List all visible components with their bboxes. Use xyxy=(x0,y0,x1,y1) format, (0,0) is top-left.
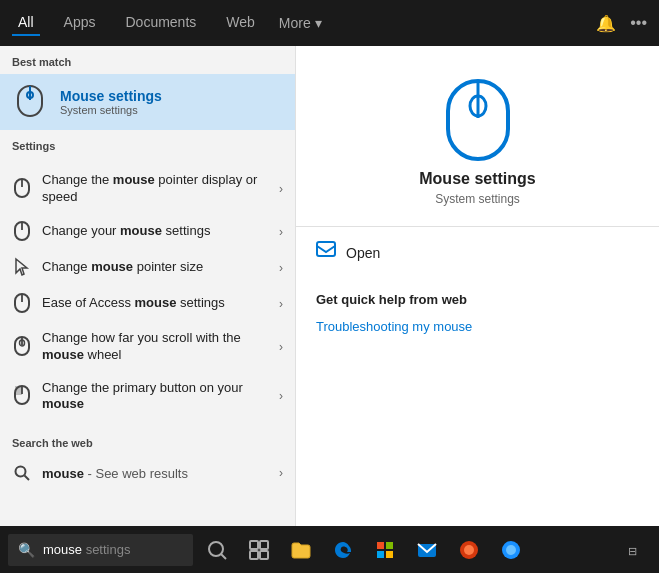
taskbar-right: ⊟ xyxy=(619,532,655,568)
chevron-right-icon: › xyxy=(279,182,283,196)
nav-icons: 🔔 ••• xyxy=(596,14,647,33)
search-bar-icon: 🔍 xyxy=(18,542,35,558)
list-item[interactable]: Change the primary button on your mouse … xyxy=(0,372,295,422)
settings-label: Settings xyxy=(0,130,295,158)
mouse-icon-large xyxy=(443,76,513,170)
chevron-right-icon: › xyxy=(279,225,283,239)
search-bar[interactable]: 🔍 mouse settings xyxy=(8,534,193,566)
svg-rect-23 xyxy=(250,541,258,549)
svg-rect-29 xyxy=(377,551,384,558)
system-tray[interactable]: ⊟ xyxy=(619,532,655,568)
svg-rect-28 xyxy=(386,542,393,549)
mouse-pointer-icon xyxy=(12,179,32,199)
chevron-right-icon: › xyxy=(279,297,283,311)
list-item-text: Change your mouse settings xyxy=(42,223,269,240)
best-match-title: Mouse settings xyxy=(60,88,162,104)
best-match-item[interactable]: Mouse settings System settings xyxy=(0,74,295,130)
svg-rect-25 xyxy=(250,551,258,559)
list-item-text: Change the mouse pointer display or spee… xyxy=(42,172,269,206)
list-item[interactable]: Change the mouse pointer display or spee… xyxy=(0,164,295,214)
search-icon xyxy=(12,463,32,483)
svg-point-35 xyxy=(506,545,516,555)
best-match-subtitle: System settings xyxy=(60,104,162,116)
mail-icon[interactable] xyxy=(409,532,445,568)
list-item-text: Change the primary button on your mouse xyxy=(42,380,269,414)
right-panel-title: Mouse settings xyxy=(419,170,535,188)
scroll-wheel-icon xyxy=(12,337,32,357)
tab-documents[interactable]: Documents xyxy=(119,10,202,36)
list-item[interactable]: Change how far you scroll with the mouse… xyxy=(0,322,295,372)
taskbar: 🔍 mouse settings xyxy=(0,526,659,573)
tab-all[interactable]: All xyxy=(12,10,40,36)
search-typed-text: mouse xyxy=(43,542,82,557)
svg-rect-24 xyxy=(260,541,268,549)
list-item-text: Ease of Access mouse settings xyxy=(42,295,269,312)
list-item[interactable]: Change mouse pointer size › xyxy=(0,250,295,286)
mouse-settings-icon xyxy=(12,222,32,242)
svg-line-16 xyxy=(25,476,30,481)
chevron-right-icon: › xyxy=(279,340,283,354)
svg-rect-14 xyxy=(15,386,22,395)
search-bar-text: mouse settings xyxy=(43,542,130,557)
quick-help-title: Get quick help from web xyxy=(316,292,639,307)
task-view-icon[interactable] xyxy=(241,532,277,568)
tab-web[interactable]: Web xyxy=(220,10,261,36)
feedback-icon[interactable]: 🔔 xyxy=(596,14,616,33)
taskbar-icons xyxy=(199,532,529,568)
right-panel-subtitle: System settings xyxy=(435,192,520,206)
svg-point-21 xyxy=(209,542,223,556)
list-item-text: Change mouse pointer size xyxy=(42,259,269,276)
tab-apps[interactable]: Apps xyxy=(58,10,102,36)
mouse-pointer-size-icon xyxy=(12,258,32,278)
open-icon xyxy=(316,241,336,264)
svg-rect-27 xyxy=(377,542,384,549)
left-panel: Best match Mouse settings System setting… xyxy=(0,46,295,526)
list-item-text: Change how far you scroll with the mouse… xyxy=(42,330,269,364)
mouse-icon-small xyxy=(12,84,48,120)
open-label: Open xyxy=(346,245,380,261)
web-search-item[interactable]: mouse - See web results › xyxy=(0,455,295,491)
list-item[interactable]: Ease of Access mouse settings › xyxy=(0,286,295,322)
svg-line-22 xyxy=(221,554,226,559)
web-search-text: mouse - See web results xyxy=(42,466,269,481)
svg-rect-26 xyxy=(260,551,268,559)
chevron-right-icon: › xyxy=(279,389,283,403)
ease-access-icon xyxy=(12,294,32,314)
quick-help-section: Get quick help from web Troubleshooting … xyxy=(296,278,659,341)
search-placeholder-text: settings xyxy=(82,542,130,557)
troubleshooting-link[interactable]: Troubleshooting my mouse xyxy=(316,319,472,334)
chevron-down-icon: ▾ xyxy=(315,15,322,31)
right-panel: Mouse settings System settings Open Get … xyxy=(295,46,659,526)
task-search-icon[interactable] xyxy=(199,532,235,568)
svg-text:⊟: ⊟ xyxy=(628,545,637,557)
primary-button-icon xyxy=(12,386,32,406)
chevron-right-icon: › xyxy=(279,466,283,480)
chevron-right-icon: › xyxy=(279,261,283,275)
file-explorer-icon[interactable] xyxy=(283,532,319,568)
list-item[interactable]: Change your mouse settings › xyxy=(0,214,295,250)
colorful-icon-2[interactable] xyxy=(493,532,529,568)
top-nav: All Apps Documents Web More ▾ 🔔 ••• xyxy=(0,0,659,46)
edge-icon[interactable] xyxy=(325,532,361,568)
tab-more[interactable]: More ▾ xyxy=(279,15,322,31)
svg-point-15 xyxy=(16,467,26,477)
svg-point-33 xyxy=(464,545,474,555)
best-match-label: Best match xyxy=(0,46,295,74)
best-match-text: Mouse settings System settings xyxy=(60,88,162,116)
svg-rect-30 xyxy=(386,551,393,558)
store-icon[interactable] xyxy=(367,532,403,568)
more-options-icon[interactable]: ••• xyxy=(630,14,647,32)
open-button[interactable]: Open xyxy=(296,226,659,278)
settings-list: Change the mouse pointer display or spee… xyxy=(0,158,295,427)
web-search-label: Search the web xyxy=(0,427,295,455)
main-area: Best match Mouse settings System setting… xyxy=(0,46,659,526)
colorful-icon-1[interactable] xyxy=(451,532,487,568)
